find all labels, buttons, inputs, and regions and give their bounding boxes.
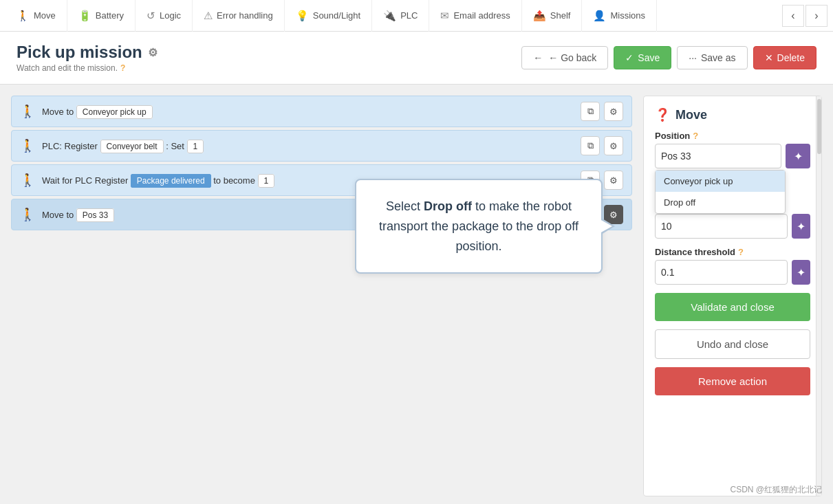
position-magic-button[interactable]: ✦ — [786, 144, 810, 168]
go-back-button[interactable]: ← ← Go back — [521, 46, 608, 69]
copy-icon-1[interactable]: ⧉ — [581, 102, 600, 121]
action-tag-become-value: 1 — [258, 174, 275, 188]
undo-close-button[interactable]: Undo and close — [655, 329, 810, 359]
gear-icon-1[interactable]: ⚙ — [604, 102, 623, 121]
tab-battery[interactable]: 🔋 Battery — [67, 0, 136, 32]
top-navigation: 🚶 Move 🔋 Battery ↺ Logic ⚠ Error handlin… — [0, 0, 833, 32]
page-header: Pick up mission ⚙ Watch and edit the mis… — [0, 32, 833, 85]
light-icon: 💡 — [296, 10, 309, 22]
settings-icon[interactable]: ⚙ — [148, 46, 158, 59]
position-select[interactable]: Pos 33 — [655, 144, 781, 168]
magic-icon-2: ✦ — [797, 220, 805, 233]
magic-icon-3: ✦ — [797, 266, 805, 279]
watermark: CSDN @红狐狸的北北记 — [730, 484, 822, 496]
table-row: 🚶 PLC: Register Conveyor belt : Set 1 ⧉ … — [11, 130, 632, 162]
right-panel: Select Drop off to make the robot transp… — [643, 96, 822, 496]
tab-error-label: Error handling — [217, 10, 273, 21]
action-tag-conveyor: Conveyor pick up — [76, 105, 153, 119]
copy-icon-2[interactable]: ⧉ — [581, 136, 600, 155]
tab-plc[interactable]: 🔌 PLC — [372, 0, 429, 32]
delete-button[interactable]: ✕ Delete — [753, 46, 816, 69]
gear-icon-3[interactable]: ⚙ — [604, 171, 623, 190]
orientation-magic-button[interactable]: ✦ — [792, 214, 810, 239]
walk-icon-4: 🚶 — [20, 207, 35, 222]
main-content: 🚶 Move to Conveyor pick up ⧉ ⚙ 🚶 PLC: Re… — [0, 85, 833, 504]
threshold-input-row: ✦ — [655, 260, 810, 285]
tab-missions[interactable]: 👤 Missions — [582, 0, 657, 32]
dropdown-item-dropoff[interactable]: Drop off — [656, 192, 785, 213]
logic-icon: ↺ — [147, 10, 155, 22]
panel-title: ❓ Move — [655, 107, 810, 122]
arrow-left-icon: ← — [533, 52, 543, 63]
tooltip-bold-text: Drop off — [424, 199, 472, 213]
shelf-icon: 📤 — [533, 10, 546, 22]
magic-icon: ✦ — [794, 150, 803, 163]
nav-arrows: ‹ › — [782, 5, 827, 27]
scroll-bar[interactable] — [816, 96, 821, 496]
action-tag-pos33: Pos 33 — [76, 208, 114, 222]
action-label-2: PLC: Register Conveyor belt : Set 1 — [42, 141, 574, 151]
page-subtitle: Watch and edit the mission. ? — [17, 63, 158, 73]
distance-threshold-field: Distance threshold ? ✦ — [655, 247, 810, 285]
action-tag-conveyor-belt: Conveyor belt — [100, 140, 164, 153]
tab-email-label: Email address — [453, 10, 510, 21]
warning-icon: ⚠ — [204, 10, 213, 22]
checkmark-icon: ✓ — [625, 52, 634, 63]
battery-icon: 🔋 — [78, 10, 91, 22]
panel-help-icon[interactable]: ❓ — [655, 107, 670, 122]
missions-icon: 👤 — [593, 10, 606, 22]
actions-list: 🚶 Move to Conveyor pick up ⧉ ⚙ 🚶 PLC: Re… — [11, 96, 632, 496]
plc-icon: 🔌 — [383, 10, 396, 22]
header-buttons: ← ← Go back ✓ Save ··· Save as ✕ Delete — [521, 46, 816, 69]
tab-shelf-label: Shelf — [550, 10, 571, 21]
action-tag-set-value: 1 — [187, 140, 204, 153]
dropdown-item-conveyor[interactable]: Conveyor pick up — [656, 171, 785, 192]
action-tag-package: Package delivered — [131, 174, 211, 188]
threshold-magic-button[interactable]: ✦ — [792, 260, 810, 285]
position-help-icon[interactable]: ? — [693, 131, 698, 141]
gear-icon-2[interactable]: ⚙ — [604, 136, 623, 155]
tab-error-handling[interactable]: ⚠ Error handling — [193, 0, 285, 32]
page-title-area: Pick up mission ⚙ Watch and edit the mis… — [17, 43, 158, 73]
help-icon[interactable]: ? — [120, 63, 125, 73]
orientation-input[interactable] — [655, 214, 788, 239]
times-icon: ✕ — [765, 52, 773, 63]
threshold-help-icon[interactable]: ? — [738, 247, 744, 257]
action-icons-1: ⧉ ⚙ — [581, 102, 623, 121]
nav-arrow-right[interactable]: › — [805, 5, 827, 27]
tab-shelf[interactable]: 📤 Shelf — [522, 0, 583, 32]
tab-plc-label: PLC — [400, 10, 418, 21]
tab-move-label: Move — [34, 10, 56, 21]
validate-close-button[interactable]: Validate and close — [655, 293, 810, 321]
position-dropdown: Conveyor pick up Drop off — [655, 170, 786, 214]
table-row: 🚶 Move to Conveyor pick up ⧉ ⚙ — [11, 96, 632, 127]
tab-move[interactable]: 🚶 Move — [6, 0, 67, 32]
tab-email[interactable]: ✉ Email address — [429, 0, 521, 32]
panel-title-label: Move — [675, 108, 707, 122]
email-icon: ✉ — [440, 10, 449, 22]
remove-action-button[interactable]: Remove action — [655, 367, 810, 395]
scroll-thumb — [817, 99, 821, 154]
walk-icon-1: 🚶 — [20, 104, 35, 119]
threshold-input[interactable] — [655, 260, 788, 285]
save-button[interactable]: ✓ Save — [614, 46, 671, 69]
action-icons-2: ⧉ ⚙ — [581, 136, 623, 155]
distance-threshold-label: Distance threshold ? — [655, 247, 810, 257]
tab-sound-label: Sound/Light — [313, 10, 360, 21]
ellipsis-icon: ··· — [689, 52, 697, 63]
tooltip-bubble: Select Drop off to make the robot transp… — [355, 179, 603, 274]
tab-battery-label: Battery — [96, 10, 124, 21]
tab-logic[interactable]: ↺ Logic — [136, 0, 193, 32]
tab-logic-label: Logic — [160, 10, 181, 21]
tab-sound-light[interactable]: 💡 Sound/Light — [285, 0, 372, 32]
position-field: Position ? Pos 33 ✦ Conveyor pick up Dro… — [655, 131, 810, 168]
page-title: Pick up mission ⚙ — [17, 43, 158, 62]
nav-arrow-left[interactable]: ‹ — [782, 5, 804, 27]
move-icon: 🚶 — [17, 10, 30, 22]
position-select-row: Pos 33 ✦ Conveyor pick up Drop off — [655, 144, 810, 168]
position-label: Position ? — [655, 131, 810, 141]
save-as-button[interactable]: ··· Save as — [677, 46, 747, 69]
walk-icon-2: 🚶 — [20, 138, 35, 153]
orientation-input-row: ✦ — [655, 214, 810, 239]
action-label-1: Move to Conveyor pick up — [42, 107, 574, 117]
